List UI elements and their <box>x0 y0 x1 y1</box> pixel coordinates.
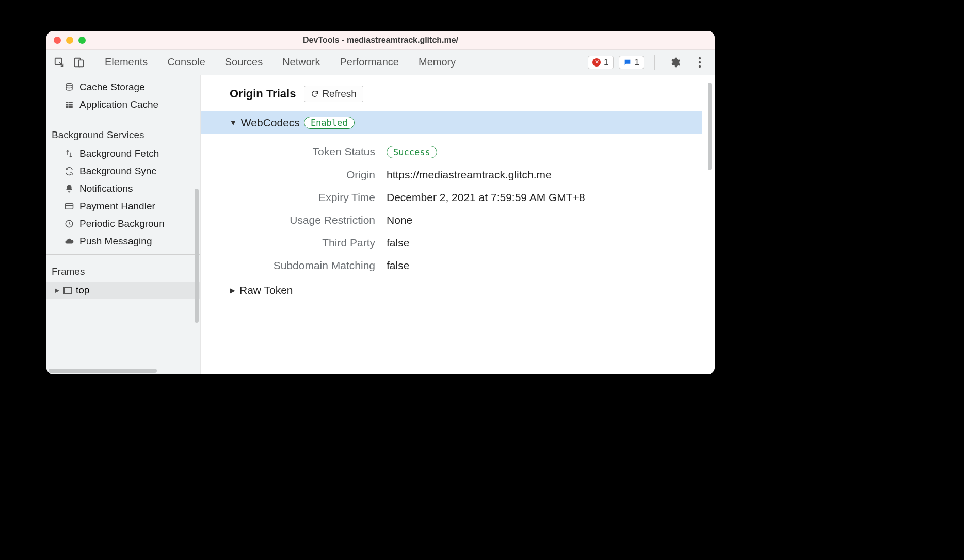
refresh-icon <box>311 90 319 98</box>
bell-icon <box>64 184 74 193</box>
svg-rect-7 <box>66 102 68 103</box>
close-window-button[interactable] <box>54 37 61 44</box>
sidebar-item-notifications[interactable]: Notifications <box>46 180 200 197</box>
svg-point-6 <box>66 84 72 86</box>
sidebar-item-background-sync[interactable]: Background Sync <box>46 162 200 180</box>
more-options-icon[interactable] <box>690 53 710 72</box>
devtools-window: DevTools - mediastreamtrack.glitch.me/ E… <box>46 31 715 374</box>
sync-icon <box>64 167 74 176</box>
tab-sources[interactable]: Sources <box>224 54 264 70</box>
sidebar-group-frames: Frames <box>46 259 200 282</box>
sidebar-item-label: top <box>76 285 89 296</box>
sidebar-group-background-services: Background Services <box>46 122 200 145</box>
third-party-value: false <box>387 237 409 249</box>
refresh-button[interactable]: Refresh <box>304 86 363 102</box>
origin-value: https://mediastreamtrack.glitch.me <box>387 169 552 181</box>
expiry-label: Expiry Time <box>201 191 387 204</box>
scrollbar-thumb[interactable] <box>49 369 157 373</box>
minimize-window-button[interactable] <box>66 37 73 44</box>
sidebar-item-label: Periodic Backgroun <box>79 218 165 229</box>
raw-token-row[interactable]: ▶ Raw Token <box>201 277 715 297</box>
svg-rect-9 <box>66 104 68 106</box>
toolbar-separator <box>94 55 94 70</box>
zoom-window-button[interactable] <box>78 37 86 44</box>
sidebar-item-application-cache[interactable]: Application Cache <box>46 96 200 113</box>
collapse-icon: ▼ <box>230 119 237 127</box>
sidebar-item-frame-top[interactable]: ▶ top <box>46 282 200 299</box>
trial-row-webcodecs[interactable]: ▼ WebCodecs Enabled <box>201 111 702 134</box>
expand-icon: ▶ <box>55 287 59 294</box>
tab-memory[interactable]: Memory <box>417 54 457 70</box>
third-party-label: Third Party <box>201 237 387 249</box>
usage-restriction-label: Usage Restriction <box>201 214 387 226</box>
sidebar-item-label: Payment Handler <box>79 201 155 212</box>
tab-console[interactable]: Console <box>166 54 206 70</box>
device-toolbar-icon[interactable] <box>69 53 89 72</box>
sidebar-divider <box>46 254 200 255</box>
application-sidebar: Cache Storage Application Cache Backgrou… <box>46 75 200 374</box>
sidebar-divider <box>46 118 200 118</box>
trial-name: WebCodecs <box>241 117 300 129</box>
sidebar-item-payment-handler[interactable]: Payment Handler <box>46 197 200 215</box>
message-count-badge[interactable]: 1 <box>619 56 644 69</box>
subdomain-matching-value: false <box>387 259 409 272</box>
svg-rect-11 <box>66 106 68 108</box>
sidebar-item-label: Cache Storage <box>79 81 145 93</box>
sidebar-item-periodic-background[interactable]: Periodic Backgroun <box>46 215 200 233</box>
scrollbar-thumb[interactable] <box>708 83 712 170</box>
sidebar-item-cache-storage[interactable]: Cache Storage <box>46 78 200 96</box>
svg-rect-12 <box>69 106 73 108</box>
trial-details: Token Status Success Origin https://medi… <box>201 134 715 277</box>
svg-point-4 <box>699 61 701 63</box>
origin-label: Origin <box>201 169 387 181</box>
sidebar-horizontal-scrollbar[interactable] <box>46 367 200 374</box>
usage-restriction-value: None <box>387 214 412 226</box>
sidebar-item-label: Notifications <box>79 183 133 194</box>
error-icon: ✕ <box>592 58 601 67</box>
expiry-value: December 2, 2021 at 7:59:59 AM GMT+8 <box>387 191 585 204</box>
tab-elements[interactable]: Elements <box>104 54 149 70</box>
frame-icon <box>63 287 72 294</box>
tab-performance[interactable]: Performance <box>339 54 400 70</box>
svg-point-5 <box>699 65 701 67</box>
cloud-icon <box>64 237 74 246</box>
tab-network[interactable]: Network <box>281 54 321 70</box>
svg-point-3 <box>699 57 701 59</box>
sidebar-item-label: Background Fetch <box>79 148 159 159</box>
sidebar-item-label: Background Sync <box>79 166 156 177</box>
sidebar-item-label: Application Cache <box>79 99 158 110</box>
fetch-icon <box>64 149 74 158</box>
window-title: DevTools - mediastreamtrack.glitch.me/ <box>46 36 715 45</box>
inspect-element-icon[interactable] <box>50 53 69 72</box>
svg-rect-13 <box>66 204 73 209</box>
expand-icon: ▶ <box>230 286 235 294</box>
titlebar: DevTools - mediastreamtrack.glitch.me/ <box>46 31 715 50</box>
message-icon <box>623 58 632 67</box>
settings-icon[interactable] <box>665 53 685 72</box>
main-vertical-scrollbar[interactable] <box>708 83 712 370</box>
token-status-badge: Success <box>387 146 437 158</box>
subdomain-matching-label: Subdomain Matching <box>201 259 387 272</box>
sidebar-item-background-fetch[interactable]: Background Fetch <box>46 145 200 162</box>
message-count: 1 <box>635 57 639 68</box>
panel-tabs: Elements Console Sources Network Perform… <box>100 54 588 70</box>
scrollbar-thumb[interactable] <box>195 189 199 323</box>
svg-rect-2 <box>78 60 83 67</box>
sidebar-item-push-messaging[interactable]: Push Messaging <box>46 233 200 250</box>
sidebar-vertical-scrollbar[interactable] <box>195 189 199 359</box>
refresh-label: Refresh <box>322 88 357 100</box>
grid-icon <box>64 100 74 109</box>
token-status-label: Token Status <box>201 145 387 158</box>
origin-trials-panel: Origin Trials Refresh ▼ WebCodecs Enable… <box>200 75 715 374</box>
database-icon <box>64 83 74 92</box>
clock-icon <box>64 219 74 228</box>
toolbar-separator <box>654 55 655 70</box>
card-icon <box>64 202 74 211</box>
svg-rect-10 <box>69 104 73 106</box>
error-count-badge[interactable]: ✕ 1 <box>588 56 613 69</box>
sidebar-item-label: Push Messaging <box>79 236 152 247</box>
panel-heading: Origin Trials <box>230 87 296 101</box>
enabled-badge: Enabled <box>304 117 355 129</box>
window-controls <box>54 37 86 44</box>
svg-rect-8 <box>69 102 73 103</box>
